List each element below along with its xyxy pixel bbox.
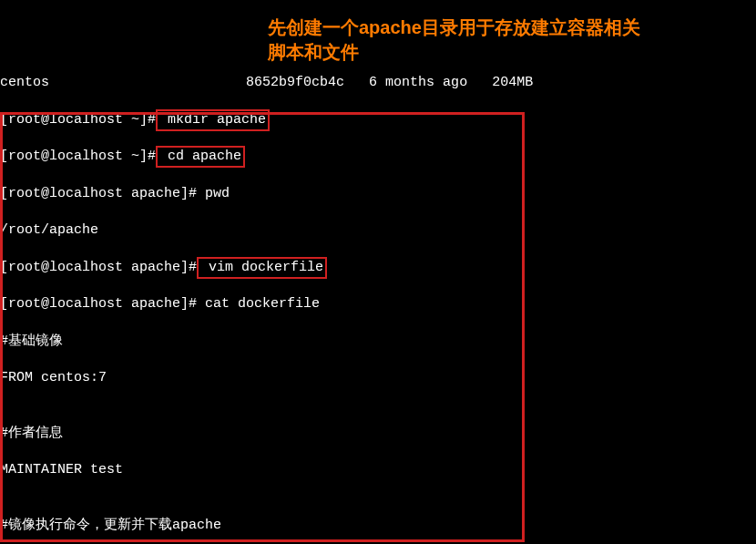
image-name: centos xyxy=(0,75,49,90)
pwd-output: /root/apache xyxy=(0,221,756,240)
dockerfile-line: MAINTAINER test xyxy=(0,461,756,479)
cd-highlight: cd apache xyxy=(156,146,245,168)
ls-output-row: centos 8652b9f0cb4c 6 months ago 204MB xyxy=(0,74,756,92)
mkdir-highlight: mkdir apache xyxy=(156,109,270,131)
prompt-home: [root@localhost ~]# xyxy=(0,112,156,128)
prompt-home: [root@localhost ~]# xyxy=(0,149,156,164)
dockerfile-line: #镜像执行命令，更新并下载apache xyxy=(0,517,756,535)
vim-line[interactable]: [root@localhost apache]# vim dockerfile xyxy=(0,259,756,277)
image-size: 204MB xyxy=(492,75,533,90)
dockerfile-line: #作者信息 xyxy=(0,425,756,443)
cat-line[interactable]: [root@localhost apache]# cat dockerfile xyxy=(0,295,756,313)
mkdir-line[interactable]: [root@localhost ~]# mkdir apache xyxy=(0,111,756,129)
cd-line[interactable]: [root@localhost ~]# cd apache xyxy=(0,148,756,166)
annotation-line1: 先创建一个apache目录用于存放建立容器相关 xyxy=(268,16,640,39)
pwd-cmd: pwd xyxy=(197,186,230,201)
prompt-apache: [root@localhost apache]# xyxy=(0,260,197,275)
dockerfile-line: #基础镜像 xyxy=(0,333,756,351)
cat-cmd: cat dockerfile xyxy=(197,296,320,312)
vim-highlight: vim dockerfile xyxy=(197,257,327,279)
image-created: 6 months ago xyxy=(369,75,467,90)
pwd-line[interactable]: [root@localhost apache]# pwd xyxy=(0,185,756,203)
image-id: 8652b9f0cb4c xyxy=(246,75,344,90)
dockerfile-line: FROM centos:7 xyxy=(0,369,756,387)
annotation-line2: 脚本和文件 xyxy=(268,41,359,64)
prompt-apache: [root@localhost apache]# xyxy=(0,186,197,201)
prompt-apache: [root@localhost apache]# xyxy=(0,296,197,312)
